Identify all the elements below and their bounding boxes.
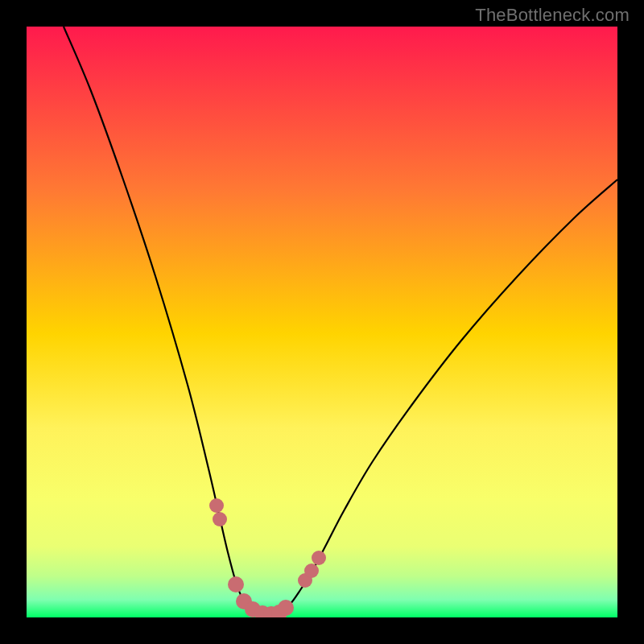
bottleneck-curve bbox=[27, 27, 617, 617]
data-marker bbox=[209, 498, 224, 513]
plot-area bbox=[27, 27, 617, 617]
data-marker bbox=[213, 512, 227, 526]
data-marker bbox=[304, 564, 319, 578]
data-marker bbox=[312, 551, 326, 565]
data-marker bbox=[278, 600, 294, 616]
data-marker bbox=[228, 576, 244, 592]
chart-frame: TheBottleneck.com bbox=[0, 0, 644, 644]
watermark-text: TheBottleneck.com bbox=[475, 5, 630, 26]
